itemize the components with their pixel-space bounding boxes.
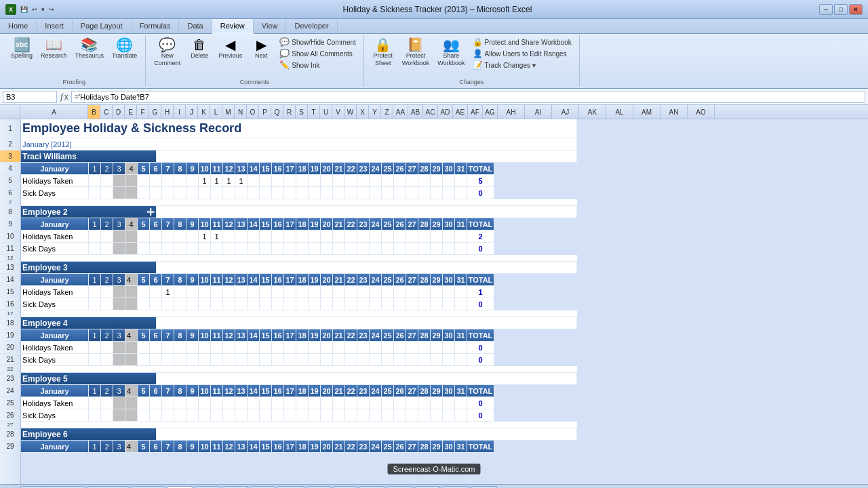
emp1-sd-6[interactable]: [150, 187, 162, 199]
emp1-ht-16[interactable]: [272, 175, 284, 187]
col-header-H[interactable]: H: [161, 105, 174, 119]
col-header-X[interactable]: X: [357, 105, 369, 119]
emp1-ht-29[interactable]: [431, 175, 443, 187]
col-header-S[interactable]: S: [296, 105, 308, 119]
row-header-23[interactable]: 23: [0, 373, 20, 385]
emp1-ht-3g[interactable]: [113, 175, 125, 187]
emp1-ht-19[interactable]: [309, 175, 321, 187]
row-header-21[interactable]: 21: [0, 354, 20, 366]
emp1-ht-17[interactable]: [284, 175, 296, 187]
emp1-ht-15[interactable]: [260, 175, 272, 187]
col-header-Z[interactable]: Z: [381, 105, 393, 119]
col-header-W[interactable]: W: [344, 105, 357, 119]
row-header-24[interactable]: 24: [0, 385, 20, 397]
row-header-29[interactable]: 29: [0, 441, 20, 453]
row-header-11[interactable]: 11: [0, 243, 20, 255]
share-workbook-btn[interactable]: 👥 ShareWorkbook: [435, 37, 467, 68]
emp1-ht-25[interactable]: [382, 175, 394, 187]
protect-share-btn[interactable]: 🔒 Protect and Share Workbook: [471, 37, 574, 47]
emp1-ht-18[interactable]: [296, 175, 309, 187]
col-header-V[interactable]: V: [332, 105, 344, 119]
emp1-ht-1[interactable]: [89, 175, 101, 187]
emp1-sd-10[interactable]: [199, 187, 211, 199]
tab-aug[interactable]: Aug: [358, 486, 385, 489]
track-changes-btn[interactable]: 📝 Track Changes ▾: [471, 60, 574, 70]
row-header-26[interactable]: 26: [0, 409, 20, 422]
emp1-sd-25[interactable]: [382, 187, 394, 199]
row-header-15[interactable]: 15: [0, 286, 20, 298]
col-header-E[interactable]: E: [125, 105, 137, 119]
emp1-sd-24[interactable]: [370, 187, 382, 199]
row-header-18[interactable]: 18: [0, 317, 20, 329]
undo-arrow[interactable]: ▾: [40, 5, 46, 14]
row-header-5[interactable]: 5: [0, 175, 20, 187]
emp1-ht-13[interactable]: 1: [235, 175, 248, 187]
col-header-AL[interactable]: AL: [606, 105, 633, 119]
col-header-AJ[interactable]: AJ: [552, 105, 579, 119]
emp1-ht-8[interactable]: [174, 175, 186, 187]
col-header-AO[interactable]: AO: [688, 105, 715, 119]
row-header-22[interactable]: 22: [0, 366, 20, 373]
tab-admin[interactable]: Admin: [131, 486, 165, 489]
col-header-O[interactable]: O: [247, 105, 259, 119]
emp1-sd-28[interactable]: [418, 187, 431, 199]
emp1-ht-20[interactable]: [321, 175, 333, 187]
col-header-AD[interactable]: AD: [438, 105, 453, 119]
tab-review[interactable]: Review: [212, 19, 254, 34]
emp5-name[interactable]: Employee 5: [21, 373, 157, 385]
tab-may[interactable]: May: [277, 486, 304, 489]
emp1-ht-23[interactable]: [357, 175, 370, 187]
col-header-AI[interactable]: AI: [525, 105, 552, 119]
emp1-sd-2[interactable]: [101, 187, 113, 199]
col-header-I[interactable]: I: [174, 105, 186, 119]
new-comment-btn[interactable]: 💬 NewComment: [151, 37, 183, 68]
tab-insert[interactable]: Insert: [37, 19, 73, 33]
tab-developer[interactable]: Developer: [286, 19, 337, 33]
tab-jan[interactable]: Jan: [167, 486, 193, 489]
emp2-name[interactable]: Employee 2 ✛: [21, 206, 157, 218]
emp1-ht-2[interactable]: [101, 175, 113, 187]
row-header-10[interactable]: 10: [0, 230, 20, 243]
emp1-sd-5[interactable]: [138, 187, 150, 199]
row-header-6[interactable]: 6: [0, 187, 20, 199]
emp1-sd-26[interactable]: [394, 187, 406, 199]
col-header-AH[interactable]: AH: [498, 105, 525, 119]
row-header-17[interactable]: 17: [0, 310, 20, 317]
tab-data[interactable]: Data: [179, 19, 212, 33]
row-header-12[interactable]: 12: [0, 255, 20, 262]
save-btn[interactable]: 💾: [19, 5, 29, 14]
emp1-sd-23[interactable]: [357, 187, 370, 199]
emp1-ht-9[interactable]: [186, 175, 199, 187]
name-box[interactable]: B3: [3, 91, 57, 103]
row-header-13[interactable]: 13: [0, 262, 20, 274]
research-btn[interactable]: 📖 Research: [38, 37, 70, 61]
restore-btn[interactable]: □: [834, 4, 848, 15]
emp1-sd-27[interactable]: [406, 187, 418, 199]
tab-page-layout[interactable]: Page Layout: [73, 19, 132, 33]
minimize-btn[interactable]: ─: [819, 4, 833, 15]
emp1-sd-13[interactable]: [235, 187, 248, 199]
close-btn[interactable]: ✕: [849, 4, 863, 15]
row-header-25[interactable]: 25: [0, 397, 20, 409]
tab-apr[interactable]: Apr: [250, 486, 275, 489]
emp1-sd-7[interactable]: [162, 187, 174, 199]
emp1-ht-14[interactable]: [248, 175, 260, 187]
col-header-AK[interactable]: AK: [579, 105, 606, 119]
protect-workbook-btn[interactable]: 📔 ProtectWorkbook: [399, 37, 432, 68]
allow-users-btn[interactable]: 👤 Allow Users to Edit Ranges: [471, 48, 574, 59]
emp1-sd-15[interactable]: [260, 187, 272, 199]
subtitle-cell[interactable]: January [2012]: [21, 138, 577, 150]
row-header-9[interactable]: 9: [0, 218, 20, 230]
emp1-ht-11[interactable]: 1: [211, 175, 223, 187]
row-header-28[interactable]: 28: [0, 428, 20, 441]
col-header-G[interactable]: G: [149, 105, 161, 119]
col-header-Q[interactable]: Q: [271, 105, 283, 119]
spelling-btn[interactable]: 🔤 Spelling: [8, 37, 35, 61]
show-ink-btn[interactable]: ✏️ Show Ink: [277, 60, 357, 70]
emp1-sd-1[interactable]: [89, 187, 101, 199]
row-header-8[interactable]: 8: [0, 206, 20, 218]
row-header-14[interactable]: 14: [0, 274, 20, 286]
col-header-N[interactable]: N: [235, 105, 247, 119]
tab-home[interactable]: Home: [0, 19, 37, 33]
protect-sheet-btn[interactable]: 🔒 ProtectSheet: [370, 37, 397, 68]
